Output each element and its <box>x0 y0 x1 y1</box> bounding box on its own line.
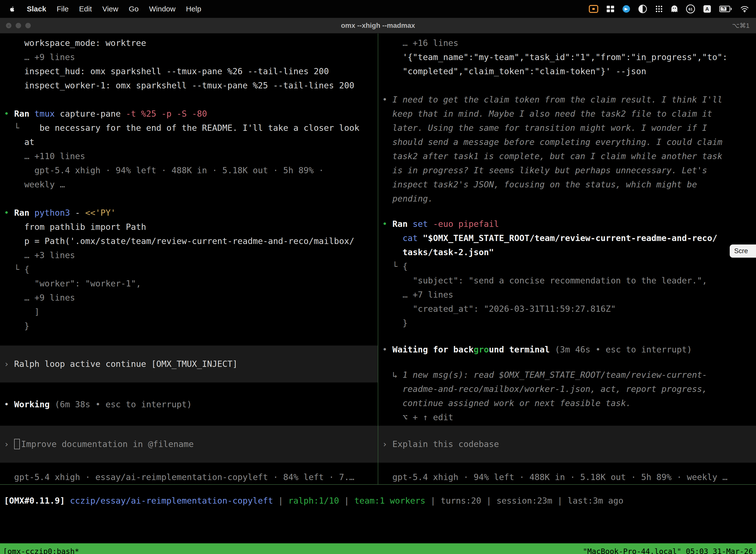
tmux-session-label: [omx-cczip0:bash* <box>3 547 79 554</box>
tmux-status-bar: [omx-cczip0:bash* "MacBook-Pro-44.local"… <box>0 543 756 554</box>
omx-hud-pane[interactable]: [OMX#0.11.9] cczip/essay/ai-reimplementa… <box>0 494 756 543</box>
terminal-line: • Waiting for background terminal (3m 46… <box>378 342 756 357</box>
wifi-icon[interactable] <box>740 5 749 12</box>
terminal-line: tasks/task-2.json" <box>378 245 756 259</box>
text-cursor <box>14 439 20 449</box>
composer-input[interactable]: › Explain this codebase <box>378 426 756 463</box>
terminal-line: ⌥ + ↑ edit <box>378 410 756 425</box>
terminal-line: is in progress? It seems likely but perh… <box>378 163 756 177</box>
tmux-host-clock: "MacBook-Pro-44.local" 05:03 31-Mar-26 <box>583 547 753 554</box>
terminal-line: └ { <box>378 259 756 274</box>
composer-input[interactable]: › Improve documentation in @filename <box>0 426 378 463</box>
terminal-line: inspect_worker-1: omx sparkshell --tmux-… <box>0 78 378 93</box>
gap <box>378 330 756 342</box>
terminal-line: should send a message before completing … <box>378 135 756 149</box>
gap <box>378 463 756 470</box>
terminal-line: workspace_mode: worktree <box>0 36 378 50</box>
terminal-line: … +9 lines <box>0 50 378 64</box>
ghost-icon[interactable] <box>671 5 678 13</box>
gap <box>0 191 378 206</box>
window-shortcut-hint: ⌥⌘1 <box>732 22 750 30</box>
composer-text: › Ralph loop active continue [OMX_TMUX_I… <box>0 357 378 371</box>
pane-divider-horizontal[interactable] <box>0 484 756 485</box>
terminal-line: "worker": "worker-1", <box>0 277 378 291</box>
terminal-line: cat "$OMX_TEAM_STATE_ROOT/team/review-cu… <box>378 231 756 245</box>
terminal-line: p = Path('.omx/state/team/review-current… <box>0 234 378 248</box>
terminal-line: └ be necessary for the end of the README… <box>0 121 378 135</box>
tmux-pane-left[interactable]: workspace_mode: worktree … +9 lines insp… <box>0 34 378 484</box>
terminal-line: … +16 lines <box>378 36 756 50</box>
gap <box>0 333 378 345</box>
terminal-line: inspect task2's JSON, focusing on the st… <box>378 177 756 191</box>
terminal-line: • I need to get the claim token from the… <box>378 93 756 107</box>
omx-status-line: [OMX#0.11.9] cczip/essay/ai-reimplementa… <box>0 494 756 508</box>
terminal-line: } <box>0 319 378 333</box>
terminal-line: inspect_hud: omx sparkshell --tmux-pane … <box>0 64 378 78</box>
menu-file[interactable]: File <box>51 5 74 13</box>
terminal-line: ↳ 1 new msg(s): read $OMX_TEAM_STATE_ROO… <box>378 368 756 382</box>
terminal-line: pending. <box>378 191 756 206</box>
badge-61-icon[interactable]: 61 <box>686 4 695 13</box>
terminal-line: } <box>378 316 756 330</box>
screenshot-edge-tooltip[interactable]: Scre <box>730 244 756 258</box>
terminal-line: "completed","claim_token":"claim-token"}… <box>378 64 756 78</box>
window-tiling-icon[interactable] <box>607 6 614 12</box>
contrast-icon[interactable] <box>638 5 647 13</box>
input-source-icon[interactable]: A <box>703 5 711 13</box>
terminal-line: from pathlib import Path <box>0 220 378 234</box>
menu-go[interactable]: Go <box>124 5 144 13</box>
pane-status-line: gpt-5.4 xhigh · 94% left · 488K in · 5.1… <box>378 470 756 484</box>
menu-help[interactable]: Help <box>181 5 207 13</box>
terminal-line: … +3 lines <box>0 248 378 262</box>
terminal-line: … +110 lines <box>0 149 378 163</box>
terminal-line: • Ran set -euo pipefail <box>378 217 756 231</box>
composer-text: › Explain this codebase <box>378 437 756 451</box>
terminal-line: later. Using the same for transition mig… <box>378 121 756 135</box>
terminal-line: • Working (6m 38s • esc to interrupt) <box>0 397 378 411</box>
terminal-line: "created_at": "2026-03-31T11:59:27.816Z" <box>378 302 756 316</box>
gap <box>0 463 378 470</box>
menu-edit[interactable]: Edit <box>74 5 97 13</box>
desktop-screen: Slack File Edit View Go Window Help 61 A <box>0 0 756 554</box>
terminal-line: … +9 lines <box>0 291 378 305</box>
gap <box>378 357 756 368</box>
screen-recording-indicator-icon[interactable] <box>589 5 598 13</box>
terminal-line: '{"team_name":"my-team","task_id":"1","f… <box>378 50 756 64</box>
gap <box>378 206 756 217</box>
terminal-line: • Ran python3 - <<'PY' <box>0 206 378 220</box>
terminal-line: ] <box>0 305 378 319</box>
window-titlebar[interactable]: × omx --xhigh --madmax ⌥⌘1 <box>0 18 756 34</box>
menubar-status-items: 61 A ϟ <box>589 4 756 13</box>
gap <box>378 78 756 93</box>
gap <box>0 93 378 107</box>
pane-status-line: gpt-5.4 xhigh · essay/ai-reimplementatio… <box>0 470 378 484</box>
blue-app-icon[interactable] <box>623 5 630 13</box>
apple-logo-icon <box>9 6 16 12</box>
terminal-line: keep that in mind. Maybe I also need the… <box>378 107 756 121</box>
terminal-line: readme-and-reco/mailbox/worker-1.json, a… <box>378 382 756 396</box>
apple-menu[interactable] <box>7 6 21 12</box>
terminal-line: "subject": "send a concise recommendatio… <box>378 274 756 288</box>
macos-menubar: Slack File Edit View Go Window Help 61 A <box>0 0 756 18</box>
terminal-line: weekly … <box>0 177 378 191</box>
terminal-line: continue assigned work or next feasible … <box>378 396 756 410</box>
tmux-panes: workspace_mode: worktree … +9 lines insp… <box>0 34 756 484</box>
window-title: omx --xhigh --madmax <box>0 21 756 30</box>
app-menu-slack[interactable]: Slack <box>21 5 51 13</box>
composer-text: › Improve documentation in @filename <box>0 437 378 451</box>
terminal-line: └ { <box>0 262 378 277</box>
terminal-line: • Ran tmux capture-pane -t %25 -p -S -80 <box>0 107 378 121</box>
ralph-loop-banner[interactable]: › Ralph loop active continue [OMX_TMUX_I… <box>0 345 378 383</box>
terminal-line: task2 after task1 is complete, but can I… <box>378 149 756 163</box>
battery-charging-icon[interactable]: ϟ <box>719 6 732 12</box>
menu-view[interactable]: View <box>97 5 123 13</box>
tmux-pane-right[interactable]: … +16 lines '{"team_name":"my-team","tas… <box>378 34 756 484</box>
gap <box>0 383 378 397</box>
dots-grid-icon[interactable] <box>655 5 663 13</box>
menubar-menus: Slack File Edit View Go Window Help <box>0 5 206 13</box>
terminal-line: gpt-5.4 xhigh · 94% left · 488K in · 5.1… <box>0 163 378 177</box>
terminal-line: … +7 lines <box>378 288 756 302</box>
menu-window[interactable]: Window <box>144 5 181 13</box>
spacer <box>0 411 378 426</box>
terminal-line: at <box>0 135 378 149</box>
